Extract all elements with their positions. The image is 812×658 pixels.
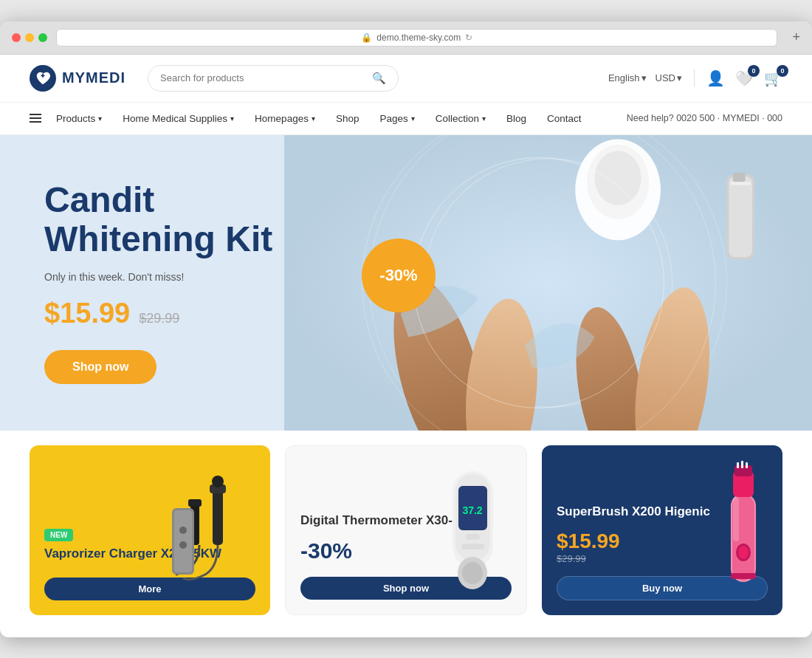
header-right: English ▾ USD ▾ 👤 🤍 0 (608, 69, 782, 87)
svg-rect-44 (731, 573, 756, 579)
hero-section: -30% Candit Whitening Kit Only in this w… (0, 135, 812, 431)
header-icons: 👤 🤍 0 🛒 0 (706, 69, 782, 87)
svg-rect-20 (188, 499, 202, 507)
hero-price-old: $29.99 (139, 311, 179, 326)
shop-now-button[interactable]: Shop now (44, 350, 156, 384)
chevron-down-icon: ▾ (411, 114, 415, 123)
currency-chevron: ▾ (677, 72, 682, 83)
nav-item-shop[interactable]: Shop (327, 103, 368, 134)
svg-rect-14 (733, 172, 746, 182)
logo-text: MYMEDI (62, 69, 125, 86)
search-icon[interactable]: 🔍 (372, 72, 386, 85)
chevron-down-icon: ▾ (230, 114, 234, 123)
hero-title: Candit Whitening Kit (44, 181, 272, 259)
browser-chrome: 🔒 demo.theme-sky.com ↻ + (0, 21, 812, 55)
product-cards-section: NEW Vaprorizer Charger X200 5KW More (0, 431, 812, 637)
wishlist-badge: 0 (748, 65, 760, 77)
hero-content: Candit Whitening Kit Only in this week. … (44, 181, 272, 384)
hamburger-line (30, 114, 41, 115)
help-text: Need help? 0020 500 · MYMEDI · 000 (627, 113, 782, 123)
svg-point-42 (738, 546, 749, 559)
account-icon[interactable]: 👤 (706, 69, 725, 87)
logo[interactable]: MYMEDI (30, 65, 133, 92)
chevron-down-icon: ▾ (482, 114, 486, 123)
lang-label: English (608, 72, 640, 83)
hero-subtitle: Only in this week. Don't misss! (44, 271, 272, 283)
window-controls (12, 33, 47, 42)
site-header: MYMEDI 🔍 English ▾ USD ▾ (0, 55, 812, 103)
thermometer-image: 37.2 (406, 446, 526, 614)
currency-selector[interactable]: USD ▾ (656, 72, 682, 83)
svg-rect-1 (42, 73, 44, 78)
wishlist-icon[interactable]: 🤍 0 (735, 69, 754, 87)
svg-rect-15 (731, 182, 751, 185)
hero-price: $15.99 $29.99 (44, 298, 272, 329)
new-tab-button[interactable]: + (792, 30, 800, 45)
lang-chevron: ▾ (641, 72, 647, 83)
page-content: MYMEDI 🔍 English ▾ USD ▾ (0, 55, 812, 637)
nav-item-products[interactable]: Products ▾ (47, 103, 111, 134)
svg-rect-13 (729, 176, 752, 256)
product-card-brush: SuperBrush X200 Higenic $15.99 $29.99 Bu… (542, 445, 782, 615)
svg-rect-39 (741, 461, 743, 468)
url-text: demo.theme-sky.com (376, 32, 461, 43)
minimize-dot[interactable] (25, 33, 34, 42)
svg-rect-30 (461, 544, 484, 549)
svg-rect-33 (459, 487, 486, 530)
chevron-down-icon: ▾ (98, 114, 102, 123)
svg-point-23 (179, 527, 187, 534)
nav-item-contact[interactable]: Contact (538, 103, 591, 134)
language-selector[interactable]: English ▾ (608, 72, 647, 83)
currency-label: USD (656, 72, 675, 83)
product-card-thermometer: Digital Thermometer X30-Pro -30% Shop no… (285, 445, 527, 615)
hamburger-line (30, 121, 41, 123)
hamburger-menu[interactable] (30, 114, 41, 123)
vaporizer-image (168, 471, 264, 589)
cart-badge: 0 (777, 65, 788, 77)
svg-rect-16 (213, 486, 223, 545)
hero-price-current: $15.99 (44, 298, 130, 329)
svg-point-24 (179, 541, 187, 549)
cart-icon[interactable]: 🛒 0 (764, 69, 782, 87)
nav-items: Products ▾ Home Medical Supplies ▾ Homep… (30, 103, 627, 134)
refresh-icon[interactable]: ↻ (465, 32, 472, 43)
svg-rect-29 (466, 534, 480, 540)
nav-item-collection[interactable]: Collection ▾ (427, 103, 495, 134)
nav-item-home-medical[interactable]: Home Medical Supplies ▾ (114, 103, 243, 134)
lock-icon: 🔒 (361, 32, 372, 43)
address-bar[interactable]: 🔒 demo.theme-sky.com ↻ (56, 29, 777, 47)
new-badge: NEW (44, 529, 73, 541)
brush-image (674, 445, 782, 615)
nav-item-homepages[interactable]: Homepages ▾ (246, 103, 324, 134)
svg-rect-43 (733, 497, 739, 541)
nav-item-blog[interactable]: Blog (498, 103, 535, 134)
product-card-vaporizer: NEW Vaprorizer Charger X200 5KW More (30, 445, 270, 615)
nav-item-pages[interactable]: Pages ▾ (371, 103, 423, 134)
discount-badge: -30% (362, 239, 436, 312)
svg-rect-40 (746, 462, 748, 468)
header-divider (694, 69, 695, 87)
hamburger-line (30, 117, 41, 119)
search-input[interactable] (160, 72, 366, 83)
browser-window: 🔒 demo.theme-sky.com ↻ + MYMEDI 🔍 (0, 21, 812, 637)
search-bar[interactable]: 🔍 (148, 65, 399, 92)
maximize-dot[interactable] (38, 33, 47, 42)
logo-icon (30, 65, 56, 92)
svg-rect-38 (737, 462, 739, 468)
close-dot[interactable] (12, 33, 21, 42)
site-nav: Products ▾ Home Medical Supplies ▾ Homep… (0, 103, 812, 135)
chevron-down-icon: ▾ (312, 114, 315, 123)
lang-currency: English ▾ USD ▾ (608, 72, 682, 83)
svg-point-18 (212, 476, 224, 487)
svg-point-32 (462, 562, 483, 584)
